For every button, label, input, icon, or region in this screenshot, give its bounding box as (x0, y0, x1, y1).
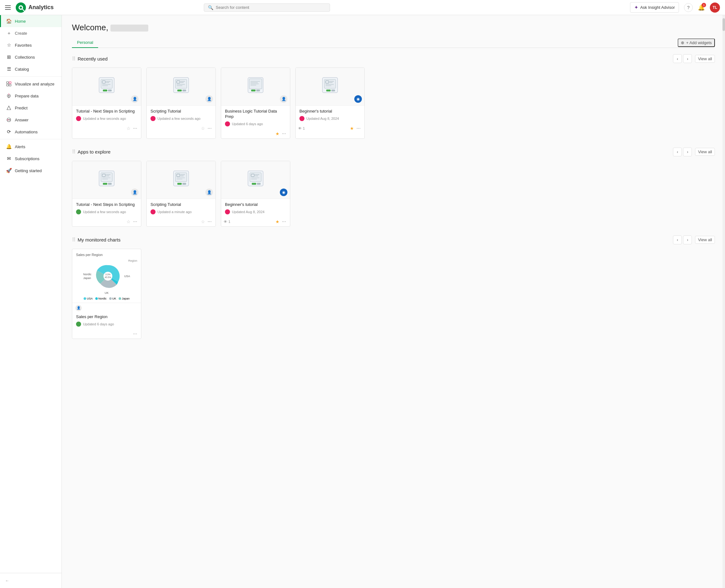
recently-used-view-all-button[interactable]: View all (695, 55, 715, 63)
star-button-4[interactable]: ★ (350, 126, 354, 131)
sidebar-item-collections[interactable]: ⊞ Collections (0, 51, 62, 63)
sidebar-item-answer[interactable]: Answer (0, 114, 62, 126)
svg-rect-68 (177, 183, 182, 185)
card-updated-4: Updated Aug 8, 2024 (306, 117, 339, 121)
card-meta-3: Updated 6 days ago (225, 121, 286, 126)
app-icon-3 (247, 76, 264, 97)
card-title-3: Business Logic Tutorial Data Prep (225, 109, 286, 120)
card-title-4: Beginner's tutorial (299, 109, 361, 114)
app-star-button-3[interactable]: ★ (276, 219, 280, 224)
sidebar-item-catalog[interactable]: ☰ Catalog (0, 63, 62, 75)
sidebar-item-visualize[interactable]: Visualize and analyze (0, 78, 62, 90)
recently-used-prev-button[interactable]: ‹ (673, 54, 682, 63)
app-card-avatar-3 (225, 209, 230, 214)
card-meta-4: Updated Aug 8, 2024 (299, 116, 361, 121)
charts-view-all-button[interactable]: View all (695, 236, 715, 244)
sidebar-bottom: ← (0, 573, 62, 588)
sidebar-label-catalog: Catalog (15, 67, 29, 71)
more-button-4[interactable]: ··· (355, 125, 362, 132)
card-meta-2: Updated a few seconds ago (150, 116, 212, 121)
sidebar-label-answer: Answer (15, 118, 28, 122)
help-button[interactable]: ? (684, 3, 693, 12)
tab-personal[interactable]: Personal (72, 38, 98, 48)
apps-view-all-button[interactable]: View all (695, 148, 715, 156)
app-star-button-1[interactable]: ☆ (126, 219, 130, 224)
more-button-2[interactable]: ··· (206, 125, 213, 132)
sidebar-label-subscriptions: Subscriptions (15, 156, 39, 161)
app-card-2[interactable]: 👤 Scripting Tutorial Updated a minute ag… (146, 161, 216, 227)
charts-prev-button[interactable]: ‹ (673, 235, 682, 244)
sidebar-item-home[interactable]: 🏠 Home (0, 15, 62, 27)
app-more-button-2[interactable]: ··· (206, 218, 213, 225)
tabs-bar: Personal ⊕ + Add widgets (72, 38, 715, 48)
chart-card-sales-region[interactable]: Sales per Region Region Nordic Japan (72, 249, 141, 339)
card-tutorial-scripting-1[interactable]: 👤 Tutorial - Next Steps in Scripting Upd… (72, 67, 141, 139)
app-icon-4 (321, 76, 339, 97)
drag-handle-recently-used[interactable]: ⠿ (72, 56, 76, 62)
recently-used-cards: 👤 Tutorial - Next Steps in Scripting Upd… (72, 67, 715, 139)
app-card-1[interactable]: 👤 Tutorial - Next Steps in Scripting Upd… (72, 161, 141, 227)
hamburger-menu[interactable] (5, 4, 13, 12)
pie-bottom-label: UK (76, 291, 137, 294)
app-more-button-1[interactable]: ··· (132, 218, 139, 225)
svg-rect-77 (252, 183, 256, 185)
app-card-footer-1: ☆ ··· (72, 217, 141, 226)
add-widgets-icon: ⊕ (681, 40, 684, 45)
app-star-button-2[interactable]: ☆ (201, 219, 205, 224)
charts-next-button[interactable]: › (683, 235, 692, 244)
sidebar: 🏠 Home ＋ Create ☆ Favorites ⊞ Collection… (0, 15, 62, 588)
insight-advisor-button[interactable]: ✦ Ask Insight Advisor (630, 2, 679, 13)
sidebar-item-automations[interactable]: ⟳ Automations (0, 126, 62, 138)
star-button-2[interactable]: ☆ (201, 126, 205, 131)
apps-prev-button[interactable]: ‹ (673, 148, 682, 156)
apps-to-explore-header: ⠿ Apps to explore ‹ › View all (72, 148, 715, 156)
svg-rect-4 (7, 82, 8, 84)
recently-used-next-button[interactable]: › (683, 54, 692, 63)
recently-used-nav: ‹ › View all (673, 54, 715, 63)
sidebar-label-favorites: Favorites (15, 43, 32, 48)
card-scripting-tutorial[interactable]: 👤 Scripting Tutorial Updated a few secon… (146, 67, 216, 139)
sidebar-item-getting-started[interactable]: 🚀 Getting started (0, 165, 62, 176)
more-button-3[interactable]: ··· (281, 130, 287, 137)
chart-area: Sales per Region Region Nordic Japan (72, 249, 141, 300)
sidebar-item-subscriptions[interactable]: ✉ Subscriptions (0, 153, 62, 165)
main-layout: 🏠 Home ＋ Create ☆ Favorites ⊞ Collection… (0, 15, 725, 588)
drag-handle-charts[interactable]: ⠿ (72, 237, 76, 243)
chart-more-button[interactable]: ··· (132, 331, 139, 337)
answer-icon (6, 117, 12, 123)
search-icon: 🔍 (208, 5, 213, 10)
app-card-badge-2: 👤 (205, 189, 213, 196)
app-card-title-2: Scripting Tutorial (150, 202, 212, 207)
sidebar-collapse-button[interactable]: ← (0, 576, 62, 586)
avatar[interactable]: TL (710, 2, 720, 13)
sidebar-item-predict[interactable]: Predict (0, 102, 62, 114)
drag-handle-apps[interactable]: ⠿ (72, 149, 76, 155)
card-beginners-tutorial[interactable]: ◉ Beginner's tutorial Updated Aug 8, 202… (295, 67, 365, 139)
star-button-3[interactable]: ★ (276, 131, 280, 136)
notification-button[interactable]: 🔔 1 (698, 4, 705, 11)
apps-next-button[interactable]: › (683, 148, 692, 156)
card-footer-3: ★ ··· (221, 129, 290, 139)
scrollbar[interactable] (723, 15, 725, 588)
search-bar[interactable]: 🔍 (204, 3, 330, 12)
scroll-thumb (723, 18, 725, 31)
apps-to-explore-cards: 👤 Tutorial - Next Steps in Scripting Upd… (72, 161, 715, 227)
card-business-logic[interactable]: 👤 Business Logic Tutorial Data Prep Upda… (221, 67, 290, 139)
automations-icon: ⟳ (6, 129, 12, 134)
visualize-icon (6, 81, 12, 87)
sidebar-item-create[interactable]: ＋ Create (0, 27, 62, 39)
sidebar-item-alerts[interactable]: 🔔 Alerts (0, 141, 62, 153)
app-more-button-3[interactable]: ··· (281, 218, 287, 225)
add-widgets-button[interactable]: ⊕ + Add widgets (678, 39, 715, 47)
sidebar-item-favorites[interactable]: ☆ Favorites (0, 39, 62, 51)
sidebar-item-prepare[interactable]: Prepare data (0, 90, 62, 102)
search-input[interactable] (216, 5, 326, 10)
qlik-logo[interactable]: Analytics (15, 2, 54, 13)
more-button-1[interactable]: ··· (132, 125, 139, 132)
app-card-3[interactable]: ◉ Beginner's tutorial Updated Aug 8, 202… (221, 161, 290, 227)
svg-rect-33 (177, 89, 182, 91)
star-button-1[interactable]: ☆ (126, 126, 130, 131)
card-title-1: Tutorial - Next Steps in Scripting (76, 109, 137, 114)
svg-point-15 (8, 120, 9, 121)
card-meta-1: Updated a few seconds ago (76, 116, 137, 121)
